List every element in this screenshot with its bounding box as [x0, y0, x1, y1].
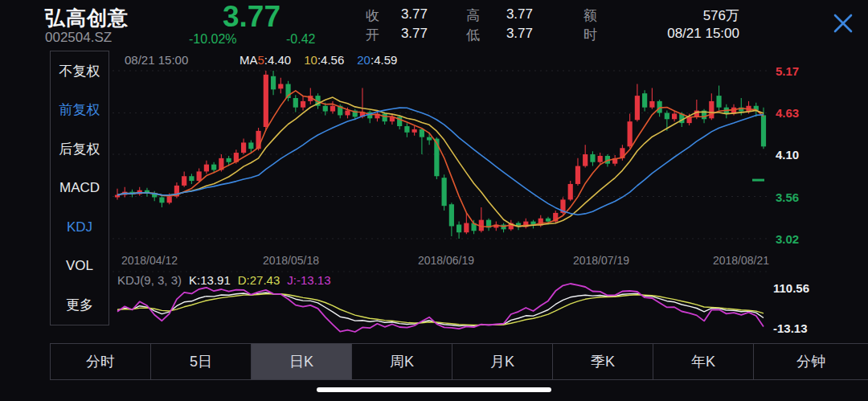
tab-季K[interactable]: 季K	[553, 344, 653, 379]
home-indicator	[317, 387, 551, 392]
stat-value: 08/21 15:00	[667, 26, 739, 42]
tab-分时[interactable]: 分时	[51, 344, 151, 379]
price-axis-label: 3.02	[776, 232, 799, 246]
stat-label: 额	[583, 6, 597, 25]
price-axis-label: 5.17	[776, 64, 799, 78]
stat-label: 时	[583, 26, 597, 44]
current-price: 3.77	[223, 0, 280, 34]
tab-年K[interactable]: 年K	[653, 344, 754, 379]
stat-value: 3.77	[506, 6, 533, 23]
sidebar-item-MACD[interactable]: MACD	[51, 169, 108, 208]
stat-label: 高	[466, 6, 480, 25]
chevron-down-icon: ▾	[812, 356, 817, 367]
sidebar-item-VOL[interactable]: VOL	[51, 247, 108, 286]
sidebar-item-后复权[interactable]: 后复权	[51, 129, 108, 169]
tab-月K[interactable]: 月K	[452, 344, 553, 379]
chart-pan-zoom-area[interactable]	[113, 50, 770, 339]
sidebar-item-更多[interactable]: 更多	[51, 285, 108, 325]
kdj-axis-top-label: 110.56	[773, 281, 809, 295]
tab-分钟[interactable]: 分钟▾	[754, 344, 868, 379]
close-icon[interactable]	[829, 10, 857, 37]
stat-value: 3.77	[401, 26, 428, 42]
tab-日K[interactable]: 日K	[252, 344, 352, 379]
kdj-axis-bottom-label: -13.13	[773, 321, 808, 335]
sidebar-item-不复权[interactable]: 不复权	[51, 51, 108, 91]
price-axis-label: 4.63	[776, 106, 799, 120]
price-axis-label: 4.10	[776, 148, 799, 162]
price-axis-label: 3.56	[776, 190, 799, 203]
change-percent: -10.02%	[189, 32, 237, 47]
stat-value: 576万	[703, 6, 739, 25]
period-tab-bar: 分时5日日K周K月K季K年K分钟▾	[50, 343, 868, 380]
indicator-sidebar: 不复权前复权后复权MACDKDJVOL更多	[50, 51, 109, 325]
tab-周K[interactable]: 周K	[352, 344, 452, 379]
stock-chart-screen: 弘高创意 002504.SZ 3.77 -10.02% -0.42 不复权前复权…	[0, 0, 868, 401]
stat-label: 低	[466, 26, 480, 44]
stat-label: 收	[366, 6, 379, 25]
stock-name: 弘高创意	[45, 5, 129, 31]
stat-value: 3.77	[506, 26, 533, 42]
change-amount: -0.42	[286, 32, 315, 47]
stat-label: 开	[366, 26, 379, 44]
tab-5日[interactable]: 5日	[151, 344, 252, 379]
stock-code: 002504.SZ	[45, 30, 112, 46]
sidebar-item-前复权[interactable]: 前复权	[51, 91, 108, 130]
sidebar-item-KDJ[interactable]: KDJ	[51, 207, 108, 247]
stat-value: 3.77	[401, 6, 428, 23]
